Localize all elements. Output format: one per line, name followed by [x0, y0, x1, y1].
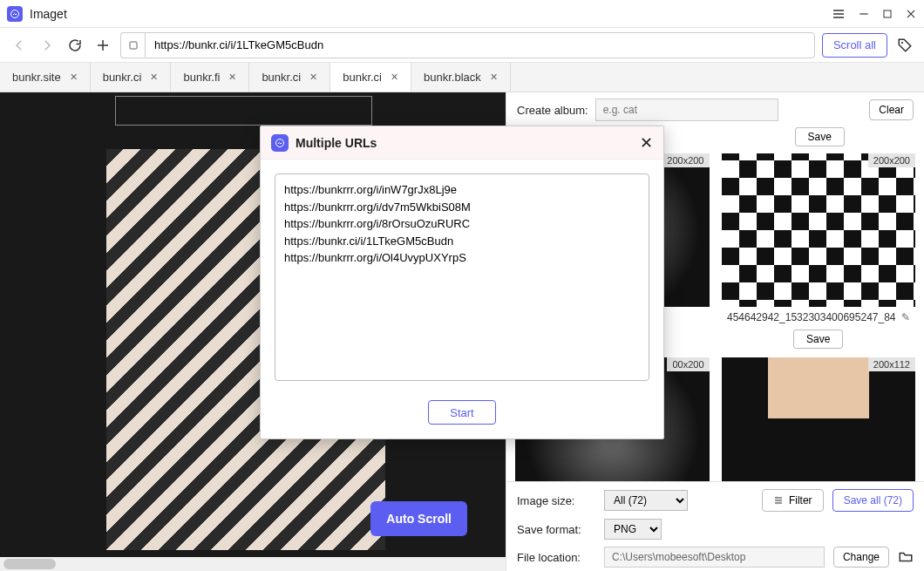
multiple-urls-dialog: Multiple URLs ✕ Start: [260, 126, 664, 439]
close-tab-icon[interactable]: ✕: [150, 71, 158, 83]
edit-caption-icon[interactable]: ✎: [901, 311, 910, 323]
close-tab-icon[interactable]: ✕: [70, 71, 78, 83]
close-dialog-icon[interactable]: ✕: [640, 133, 653, 153]
dialog-header: Multiple URLs ✕: [261, 126, 663, 160]
close-tab-icon[interactable]: ✕: [309, 71, 317, 83]
close-tab-icon[interactable]: ✕: [391, 71, 398, 83]
image-size-label: Image size:: [517, 494, 595, 507]
dimension-badge: 200x112: [868, 357, 915, 371]
tab-0[interactable]: bunkr.site✕: [0, 63, 91, 92]
save-button[interactable]: Save: [793, 330, 843, 349]
svg-point-3: [901, 41, 903, 43]
reload-icon[interactable]: [65, 35, 85, 56]
change-location-button[interactable]: Change: [833, 547, 889, 568]
thumbnail-caption: 454642942_1532303400695247_84 ✎: [722, 307, 916, 328]
dimension-badge: 00x200: [667, 357, 709, 371]
tab-2[interactable]: bunkr.fi✕: [171, 63, 249, 92]
tag-icon[interactable]: [894, 35, 915, 56]
filter-button[interactable]: Filter: [762, 489, 824, 512]
sliders-icon: [773, 495, 784, 506]
file-location-row: File location: Change: [517, 547, 914, 568]
thumbnail-image: 200x200: [722, 153, 916, 307]
svg-rect-2: [130, 42, 137, 49]
forward-icon[interactable]: [37, 35, 58, 56]
dialog-logo-icon: [271, 134, 289, 152]
dimension-badge: 200x200: [662, 153, 709, 167]
tab-label: bunkr.site: [12, 71, 61, 84]
folder-icon[interactable]: [898, 549, 914, 565]
back-icon[interactable]: [9, 35, 30, 56]
thumbnail[interactable]: 200x112: [722, 357, 916, 481]
dialog-body: [261, 160, 663, 400]
svg-point-5: [779, 500, 781, 501]
maximize-icon[interactable]: [882, 9, 893, 19]
address-input[interactable]: [145, 32, 815, 58]
album-name-input[interactable]: [595, 99, 778, 121]
save-format-select[interactable]: PNG: [604, 519, 662, 540]
image-size-select[interactable]: All (72): [604, 490, 688, 511]
app-title: Imaget: [30, 7, 832, 21]
file-location-input[interactable]: [604, 547, 825, 568]
horizontal-scrollbar[interactable]: [0, 557, 506, 571]
tab-label: bunkr.fi: [183, 71, 220, 84]
save-format-row: Save format: PNG: [517, 519, 914, 540]
scroll-all-button[interactable]: Scroll all: [822, 33, 887, 58]
start-button[interactable]: Start: [428, 400, 495, 425]
add-tab-icon[interactable]: [92, 35, 113, 56]
tab-3[interactable]: bunkr.ci✕: [249, 63, 330, 92]
tab-4[interactable]: bunkr.ci✕: [330, 63, 411, 92]
tab-strip: bunkr.site✕ bunkr.ci✕ bunkr.fi✕ bunkr.ci…: [0, 63, 924, 92]
tab-5[interactable]: bunkr.black✕: [411, 63, 511, 92]
save-button[interactable]: Save: [795, 127, 845, 146]
tab-label: bunkr.ci: [103, 71, 142, 84]
dialog-footer: Start: [261, 400, 663, 438]
tab-label: bunkr.black: [424, 71, 481, 84]
svg-point-6: [777, 502, 778, 504]
auto-scroll-button[interactable]: Auto Scroll: [370, 501, 467, 536]
titlebar: Imaget: [0, 0, 924, 28]
close-tab-icon[interactable]: ✕: [228, 71, 236, 83]
clear-button[interactable]: Clear: [869, 99, 914, 120]
urls-textarea[interactable]: [275, 173, 649, 381]
app-logo-icon: [7, 6, 23, 22]
bottom-controls: Image size: All (72) Filter Save all (72…: [506, 481, 924, 571]
hamburger-icon[interactable]: [832, 7, 846, 21]
tab-1[interactable]: bunkr.ci✕: [91, 63, 172, 92]
caption-text: 454642942_1532303400695247_84: [727, 311, 896, 323]
thumbnail[interactable]: 200x200 454642942_1532303400695247_84 ✎ …: [722, 153, 916, 354]
window-controls: [832, 7, 917, 21]
file-location-label: File location:: [517, 551, 595, 564]
save-format-label: Save format:: [517, 523, 595, 536]
site-info-icon[interactable]: [120, 32, 145, 58]
page-header-box: [115, 96, 372, 126]
address-wrap: [120, 32, 815, 58]
dimension-badge: 200x200: [868, 153, 915, 167]
close-icon[interactable]: [905, 8, 917, 20]
image-size-row: Image size: All (72) Filter Save all (72…: [517, 489, 914, 512]
tab-label: bunkr.ci: [343, 71, 382, 84]
nav-toolbar: Scroll all: [0, 28, 924, 63]
minimize-icon[interactable]: [858, 8, 870, 20]
save-all-button[interactable]: Save all (72): [832, 489, 914, 512]
close-tab-icon[interactable]: ✕: [490, 71, 498, 83]
svg-rect-1: [884, 10, 891, 17]
create-album-label: Create album:: [517, 104, 588, 117]
tab-label: bunkr.ci: [262, 71, 301, 84]
filter-label: Filter: [789, 494, 812, 506]
dialog-title: Multiple URLs: [296, 136, 640, 150]
album-row: Create album: Clear: [506, 92, 924, 127]
thumbnail-image: 200x112: [722, 357, 916, 481]
svg-point-4: [776, 497, 778, 499]
